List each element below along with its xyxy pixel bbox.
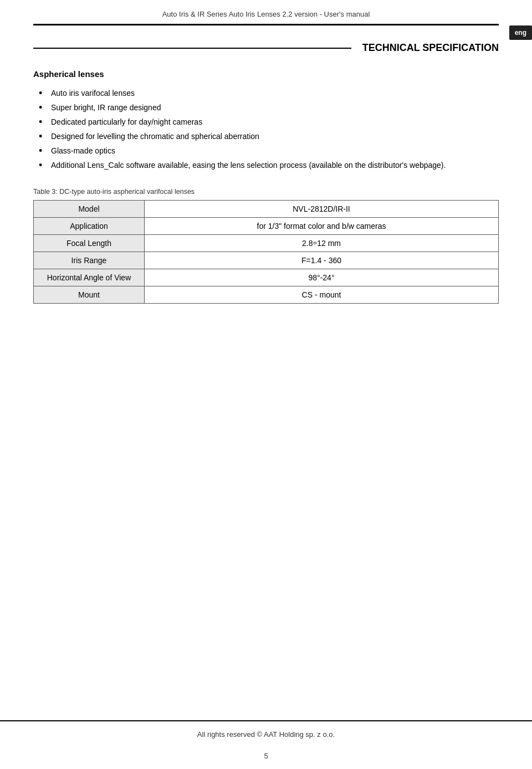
- table-value-cell: 2.8÷12 mm: [145, 235, 499, 252]
- table-value-cell: 98°-24°: [145, 269, 499, 286]
- table-label-cell: Iris Range: [34, 252, 145, 269]
- table-value-cell: NVL-2812D/IR-II: [145, 201, 499, 218]
- header-title: Auto Iris & IR Series Auto Iris Lenses 2…: [162, 10, 370, 18]
- list-item: Super bright, IR range designed: [39, 102, 499, 114]
- table-row: Iris RangeF=1.4 - 360: [34, 252, 499, 269]
- list-item: Glass-made optics: [39, 145, 499, 157]
- table-label-cell: Mount: [34, 286, 145, 304]
- page: Auto Iris & IR Series Auto Iris Lenses 2…: [0, 0, 532, 769]
- subsection-heading: Aspherical lenses: [33, 69, 499, 79]
- table-value-cell: CS - mount: [145, 286, 499, 304]
- table-value-cell: F=1.4 - 360: [145, 252, 499, 269]
- features-list: Auto iris varifocal lenses Super bright,…: [33, 88, 499, 171]
- table-caption: Table 3: DC-type auto-iris aspherical va…: [33, 188, 499, 196]
- table-label-cell: Horizontal Angle of View: [34, 269, 145, 286]
- table-row: Horizontal Angle of View98°-24°: [34, 269, 499, 286]
- table-label-cell: Focal Length: [34, 235, 145, 252]
- section-title: TECHNICAL SPECIFICATION: [351, 42, 499, 54]
- table-value-cell: for 1/3" format color and b/w cameras: [145, 218, 499, 235]
- page-footer: All rights reserved © AAT Holding sp. z …: [0, 720, 532, 747]
- table-row: MountCS - mount: [34, 286, 499, 304]
- table-row: Applicationfor 1/3" format color and b/w…: [34, 218, 499, 235]
- table-label-cell: Application: [34, 218, 145, 235]
- list-item: Designed for levelling the chromatic and…: [39, 131, 499, 142]
- footer-text: All rights reserved © AAT Holding sp. z …: [33, 730, 499, 739]
- table-row: Focal Length2.8÷12 mm: [34, 235, 499, 252]
- list-item: Dedicated particularly for day/night cam…: [39, 116, 499, 128]
- page-header: Auto Iris & IR Series Auto Iris Lenses 2…: [0, 0, 532, 24]
- list-item: Additional Lens_Calc software available,…: [39, 160, 499, 171]
- spec-table: ModelNVL-2812D/IR-IIApplicationfor 1/3" …: [33, 200, 499, 304]
- table-label-cell: Model: [34, 201, 145, 218]
- list-item: Auto iris varifocal lenses: [39, 88, 499, 99]
- language-badge: eng: [509, 25, 532, 40]
- page-number: 5: [0, 747, 532, 769]
- section-title-bar: TECHNICAL SPECIFICATION: [33, 42, 499, 54]
- title-line-left: [33, 48, 351, 49]
- table-row: ModelNVL-2812D/IR-II: [34, 201, 499, 218]
- main-content: TECHNICAL SPECIFICATION Aspherical lense…: [0, 25, 532, 720]
